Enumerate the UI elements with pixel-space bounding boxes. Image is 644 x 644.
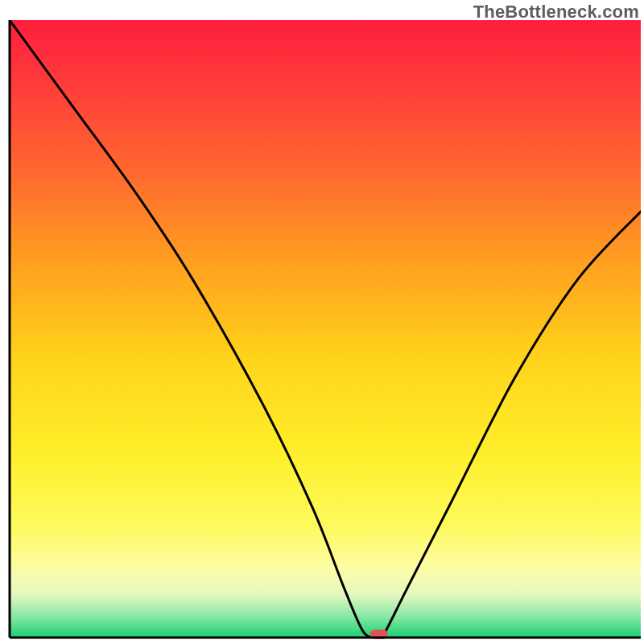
chart-stage: TheBottleneck.com: [0, 0, 644, 644]
watermark-text: TheBottleneck.com: [473, 2, 639, 23]
gradient-background: [10, 20, 641, 638]
bottleneck-plot: [0, 0, 644, 644]
